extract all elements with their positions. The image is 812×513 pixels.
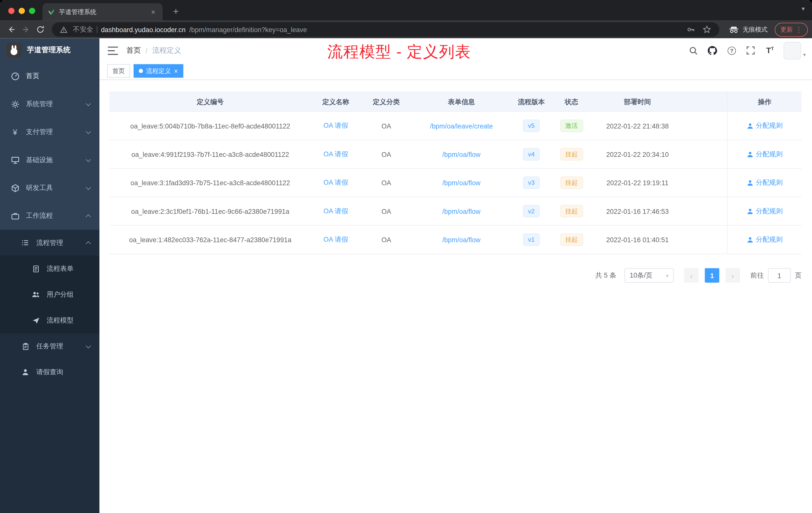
- form-link[interactable]: /bpm/oa/leave/create: [430, 122, 493, 130]
- definition-name-link[interactable]: OA 请假: [323, 121, 348, 130]
- sidebar-item-payment-management[interactable]: ¥ 支付管理: [0, 118, 99, 146]
- sidebar-item-task-management[interactable]: 任务管理: [0, 333, 99, 359]
- chevron-down-icon: [86, 157, 91, 162]
- reload-icon[interactable]: [33, 22, 48, 37]
- security-label[interactable]: 不安全: [73, 25, 93, 34]
- assign-rule-link[interactable]: 分配规则: [747, 178, 783, 187]
- assign-rule-link[interactable]: 分配规则: [747, 150, 783, 159]
- sidebar-item-label: 用户分组: [47, 290, 90, 299]
- font-size-small: T: [771, 46, 774, 51]
- document-icon: [31, 264, 40, 273]
- sidebar-item-label: 流程管理: [36, 238, 80, 247]
- url-path: /bpm/manager/definition?key=oa_leave: [189, 26, 307, 33]
- sidebar-item-process-form[interactable]: 流程表单: [0, 256, 99, 281]
- user-icon: [747, 236, 753, 243]
- breadcrumb-separator: /: [146, 47, 148, 55]
- page-content: 定义编号 定义名称 定义分类 表单信息 流程版本 状态 部署时间 操作 oa_l…: [99, 80, 812, 513]
- chevron-down-icon: [86, 101, 91, 105]
- tag-process-definition[interactable]: 流程定义 ×: [134, 64, 183, 78]
- sidebar-item-leave-query[interactable]: 请假查询: [0, 359, 99, 385]
- tag-home[interactable]: 首页: [107, 64, 130, 78]
- definition-name-link[interactable]: OA 请假: [323, 207, 348, 216]
- sidebar-item-user-group[interactable]: 用户分组: [0, 281, 99, 307]
- status-tag: 激活: [560, 119, 583, 132]
- back-icon[interactable]: [4, 22, 19, 37]
- update-button[interactable]: 更新 ⋮: [775, 23, 808, 37]
- tag-label: 流程定义: [146, 66, 171, 75]
- monitor-icon: [10, 155, 20, 164]
- chevron-down-icon: [86, 343, 91, 348]
- assign-rule-link[interactable]: 分配规则: [747, 121, 783, 130]
- definition-name-link[interactable]: OA 请假: [323, 150, 348, 159]
- page-annotation: 流程模型 - 定义列表: [327, 41, 471, 63]
- column-header: 状态: [552, 92, 591, 111]
- omnibox-separator: [97, 26, 97, 33]
- definition-category-cell: OA: [360, 197, 412, 225]
- sidebar-item-workflow[interactable]: 工作流程: [0, 202, 99, 230]
- bookmark-star-icon[interactable]: [701, 25, 713, 34]
- assign-rule-link[interactable]: 分配规则: [747, 235, 783, 244]
- tab-search-icon[interactable]: ▾: [802, 5, 805, 12]
- chevron-up-icon: [86, 214, 91, 219]
- form-link[interactable]: /bpm/oa/flow: [442, 179, 481, 187]
- sidebar-item-process-model[interactable]: 流程模型: [0, 307, 99, 333]
- github-icon[interactable]: [707, 45, 718, 56]
- search-icon[interactable]: [688, 45, 699, 56]
- user-group-icon: [31, 290, 40, 299]
- address-bar[interactable]: 不安全 dashboard.yudao.iocoder.cn/bpm/manag…: [52, 22, 719, 37]
- deploy-time-cell: 2022-01-16 17:46:53: [591, 197, 684, 225]
- goto-page-input[interactable]: [768, 268, 791, 282]
- chevron-down-icon: ▾: [666, 273, 668, 278]
- tag-close-icon[interactable]: ×: [174, 67, 178, 74]
- version-tag: v2: [523, 205, 540, 218]
- form-link[interactable]: /bpm/oa/flow: [442, 236, 481, 243]
- version-tag: v1: [523, 233, 540, 246]
- sidebar-item-label: 请假查询: [36, 367, 90, 377]
- prev-page-button[interactable]: ‹: [684, 268, 699, 282]
- window-close-button[interactable]: [8, 8, 14, 14]
- form-link[interactable]: /bpm/oa/flow: [442, 150, 481, 158]
- tags-view-bar: 首页 流程定义 ×: [99, 63, 812, 80]
- page-number-1[interactable]: 1: [705, 268, 719, 282]
- breadcrumb: 首页 / 流程定义: [126, 46, 181, 55]
- sidebar-item-process-management[interactable]: 流程管理: [0, 230, 99, 256]
- sidebar-item-infrastructure[interactable]: 基础设施: [0, 146, 99, 174]
- fullscreen-icon[interactable]: [745, 45, 756, 56]
- total-count: 共 5 条: [595, 271, 616, 280]
- table-header-row: 定义编号 定义名称 定义分类 表单信息 流程版本 状态 部署时间 操作: [109, 92, 802, 112]
- next-page-button[interactable]: ›: [726, 268, 740, 282]
- version-tag: v4: [523, 148, 540, 161]
- window-maximize-button[interactable]: [29, 8, 35, 14]
- sidebar-toggle-button[interactable]: [108, 47, 118, 55]
- app-logo[interactable]: 芋道管理系统: [0, 38, 99, 62]
- user-avatar[interactable]: ▾: [783, 42, 806, 59]
- goto-prefix: 前往: [751, 271, 764, 280]
- definition-category-cell: OA: [360, 140, 412, 168]
- form-link[interactable]: /bpm/oa/flow: [442, 207, 481, 215]
- window-minimize-button[interactable]: [19, 8, 25, 14]
- forward-icon[interactable]: [19, 22, 33, 37]
- font-size-icon[interactable]: TT: [764, 45, 776, 56]
- update-label: 更新: [780, 25, 793, 34]
- help-icon[interactable]: ?: [726, 45, 737, 56]
- status-tag: 挂起: [560, 233, 583, 246]
- sidebar-item-system-management[interactable]: 系统管理: [0, 90, 99, 118]
- not-secure-warning-icon: [58, 26, 69, 33]
- sidebar-item-dev-tools[interactable]: 研发工具: [0, 174, 99, 202]
- sidebar-item-home[interactable]: 首页: [0, 62, 99, 90]
- new-tab-button[interactable]: +: [170, 6, 182, 17]
- user-icon: [747, 208, 753, 215]
- browser-menu-dots-icon[interactable]: ⋮: [795, 26, 802, 33]
- breadcrumb-home[interactable]: 首页: [126, 46, 141, 55]
- assign-rule-link[interactable]: 分配规则: [747, 207, 783, 216]
- header-actions: ? TT ▾: [688, 38, 806, 63]
- column-header: 定义编号: [109, 92, 311, 111]
- definition-name-link[interactable]: OA 请假: [323, 235, 348, 244]
- browser-toolbar: 不安全 dashboard.yudao.iocoder.cn/bpm/manag…: [0, 21, 812, 38]
- tab-close-icon[interactable]: ×: [149, 7, 157, 17]
- user-icon: [747, 179, 753, 186]
- page-size-select[interactable]: 10条/页 ▾: [625, 268, 674, 282]
- definition-name-link[interactable]: OA 请假: [323, 178, 348, 187]
- password-key-icon[interactable]: [685, 25, 697, 34]
- browser-tab[interactable]: 芋道管理系统 ×: [42, 3, 163, 21]
